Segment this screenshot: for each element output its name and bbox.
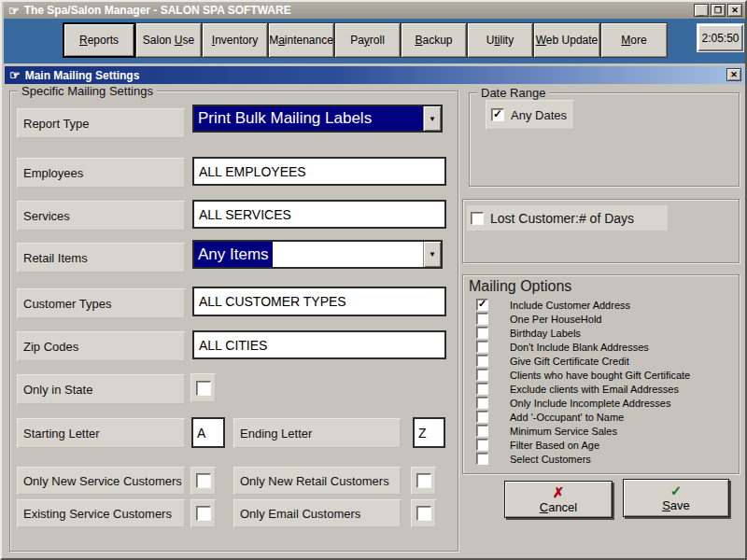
zip-codes-field[interactable]: ALL CITIES — [192, 330, 446, 359]
retail-items-value: Any Items — [194, 242, 273, 267]
starting-letter-field[interactable]: A — [191, 417, 225, 448]
zip-codes-label: Zip Codes — [17, 331, 185, 361]
dont-include-blank-addresses-checkbox[interactable] — [476, 341, 488, 353]
customer-types-label: Customer Types — [17, 288, 185, 318]
report-type-combo[interactable]: Print Bulk Mailing Labels ▼ — [192, 105, 443, 133]
check-mark: ✓ — [493, 108, 502, 119]
only-new-retail-customers-label: Only New Retail Customers — [233, 467, 401, 495]
mailing-option-label: Filter Based on Age — [510, 440, 599, 451]
toolbar-button-maintenance[interactable]: Maintenance — [268, 22, 334, 58]
retail-items-label: Retail Items — [17, 243, 185, 273]
dialog-close-icon: ✕ — [730, 70, 738, 79]
maximize-icon: ❐ — [714, 6, 722, 15]
mailing-option-row: Exclude clients with Email Addresses — [476, 382, 735, 396]
mailing-option-row: Give Gift Certificate Credit — [476, 354, 735, 368]
toolbar-button-utility[interactable]: Utility — [467, 22, 533, 58]
date-range-title: Date Range — [477, 86, 549, 100]
clock-display: 2:05:50 — [698, 24, 743, 51]
mailing-options-panel: Mailing Options ✓ Include Customer Addre… — [462, 274, 740, 474]
toolbar-button-label: Reports — [79, 34, 119, 47]
toolbar-button-web-update[interactable]: Web Update — [533, 22, 600, 58]
lost-customer-checkbox[interactable] — [471, 212, 484, 225]
toolbar-button-label: Maintenance — [269, 34, 333, 47]
only-new-service-checkbox-panel — [190, 467, 216, 495]
report-type-value: Print Bulk Mailing Labels — [194, 106, 423, 131]
existing-service-customers-label: Existing Service Customers — [17, 499, 185, 527]
only-new-service-checkbox[interactable] — [196, 473, 211, 488]
only-new-service-customers-label: Only New Service Customers — [17, 467, 185, 495]
customer-types-field[interactable]: ALL CUSTOMER TYPES — [192, 287, 446, 316]
app-hand-icon: ☞ — [8, 5, 20, 17]
dialog-close-button[interactable]: ✕ — [726, 68, 741, 81]
check-mark: ✓ — [478, 299, 486, 309]
ending-letter-label: Ending Letter — [233, 418, 401, 448]
save-button-label: Save — [662, 498, 690, 512]
only-in-state-label: Only in State — [17, 374, 185, 404]
clients-bought-gift-certificate-checkbox[interactable] — [476, 369, 488, 381]
mailing-option-label: Select Customers — [510, 454, 591, 465]
mailing-option-label: Exclude clients with Email Addresses — [510, 384, 679, 395]
only-new-retail-checkbox[interactable] — [416, 473, 431, 488]
ending-letter-field[interactable]: Z — [413, 417, 445, 448]
mailing-option-row: Add '-Occupant' to Name — [476, 410, 735, 424]
maximize-button[interactable]: ❐ — [711, 4, 726, 17]
report-type-label: Report Type — [17, 108, 185, 138]
toolbar-button-label: Web Update — [536, 34, 599, 47]
app-window: ☞ The Spa/Salon Manager - SALON SPA SOFT… — [0, 0, 747, 560]
save-button[interactable]: ✓ Save — [623, 479, 729, 517]
employees-field[interactable]: ALL EMPLOYEES — [192, 157, 446, 186]
toolbar-button-backup[interactable]: Backup — [401, 22, 467, 58]
only-email-checkbox[interactable] — [416, 506, 431, 521]
services-field[interactable]: ALL SERVICES — [192, 200, 446, 229]
toolbar-button-label: Utility — [486, 34, 514, 47]
select-customers-checkbox[interactable] — [476, 453, 488, 465]
report-type-dropdown-button[interactable]: ▼ — [423, 106, 441, 131]
only-incomplete-addresses-checkbox[interactable] — [476, 397, 488, 409]
retail-items-combo[interactable]: Any Items ▼ — [192, 240, 443, 269]
dialog-titlebar: ☞ Main Mailing Settings ✕ — [5, 66, 746, 84]
mailing-option-label: Clients who have bought Gift Certificate — [510, 370, 690, 381]
services-label: Services — [17, 201, 185, 231]
only-email-checkbox-panel — [411, 499, 436, 527]
lost-customer-label: Lost Customer:# of Days — [490, 211, 634, 226]
mailing-option-label: Include Customer Address — [510, 300, 630, 311]
starting-letter-label: Starting Letter — [17, 418, 185, 448]
retail-items-dropdown-button[interactable]: ▼ — [423, 242, 441, 267]
mailing-option-label: Only Include Incomplete Addresses — [510, 398, 670, 409]
mailing-option-row: ✓ Include Customer Address — [476, 298, 735, 312]
toolbar-button-salon-use[interactable]: Salon Use — [135, 22, 202, 58]
cancel-button[interactable]: ✗ Cancel — [504, 481, 613, 518]
any-dates-checkbox[interactable]: ✓ — [491, 108, 504, 121]
birthday-labels-checkbox[interactable] — [476, 327, 488, 339]
mailing-option-row: Select Customers — [476, 452, 735, 466]
toolbar-button-label: Payroll — [350, 34, 385, 47]
add-occupant-to-name-checkbox[interactable] — [476, 411, 488, 423]
only-in-state-checkbox[interactable] — [196, 381, 211, 396]
filter-based-on-age-checkbox[interactable] — [476, 439, 488, 451]
lost-customer-inner-panel: Lost Customer:# of Days — [467, 205, 668, 231]
toolbar-button-label: Backup — [415, 34, 452, 47]
main-toolbar: Reports Salon Use Inventory Maintenance … — [4, 19, 747, 63]
one-per-household-checkbox[interactable] — [476, 313, 488, 325]
window-controls: _ ❐ ✕ — [694, 4, 742, 17]
existing-service-checkbox[interactable] — [196, 506, 211, 521]
minimum-service-sales-checkbox[interactable] — [476, 425, 488, 437]
mailing-option-row: Clients who have bought Gift Certificate — [476, 368, 735, 382]
dialog-hand-icon: ☞ — [9, 69, 21, 81]
toolbar-button-reports[interactable]: Reports — [63, 22, 135, 58]
close-button[interactable]: ✕ — [727, 4, 742, 17]
mailing-option-label: Minimum Service Sales — [510, 426, 617, 437]
cancel-x-icon: ✗ — [553, 485, 565, 499]
mailing-option-row: Birthday Labels — [476, 326, 735, 340]
mailing-options-title: Mailing Options — [469, 278, 571, 295]
toolbar-button-payroll[interactable]: Payroll — [334, 22, 401, 58]
give-gift-certificate-credit-checkbox[interactable] — [476, 355, 488, 367]
exclude-clients-with-email-checkbox[interactable] — [476, 383, 488, 395]
toolbar-button-label: Inventory — [212, 34, 258, 47]
mailing-option-row: Only Include Incomplete Addresses — [476, 396, 735, 410]
toolbar-button-inventory[interactable]: Inventory — [202, 22, 268, 58]
include-customer-address-checkbox[interactable]: ✓ — [476, 299, 488, 311]
minimize-button[interactable]: _ — [694, 4, 709, 17]
toolbar-button-more[interactable]: More — [600, 22, 668, 58]
mailing-option-row: Minimum Service Sales — [476, 424, 735, 438]
